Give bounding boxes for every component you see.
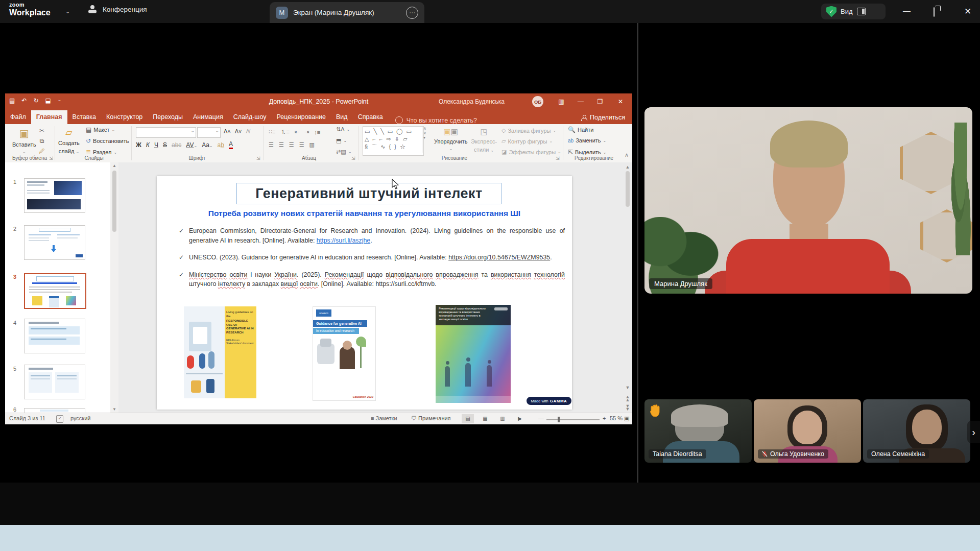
spellcheck-icon[interactable]: ✓ [56, 415, 63, 423]
italic-button[interactable]: К [146, 141, 150, 149]
align-buttons[interactable]: ☰ ☰ ☰ ☰ ▥ [269, 141, 315, 148]
undo-icon[interactable]: ↶ [21, 97, 27, 104]
reset-button[interactable]: ↺Восстановить [86, 137, 129, 145]
participant-tile-2[interactable]: Ольга Удовиченко [754, 399, 861, 463]
ppt-tab-file[interactable]: Файл [5, 110, 31, 124]
list-indent-buttons[interactable]: ∷≡ ⒈≡ ⇤ ⇥ ↕≡ [269, 128, 320, 136]
ppt-tab-transitions[interactable]: Переходы [148, 110, 188, 124]
justify-icon[interactable]: ☰ [299, 141, 304, 148]
slide-canvas[interactable]: Генеративний штучний інтелект Потреба ро… [157, 176, 572, 410]
next-participants-button[interactable]: › [967, 421, 980, 443]
scroll-down-icon[interactable]: ▼ [624, 385, 631, 390]
language-indicator[interactable]: русский [70, 415, 90, 421]
ppt-tab-insert[interactable]: Вставка [67, 110, 101, 124]
copy-icon[interactable]: ⧉ [40, 137, 44, 145]
zoom-percent[interactable]: 55 % [610, 415, 623, 421]
layout-button[interactable]: ▤Макет⌄ [86, 126, 115, 133]
participant-tile-3[interactable]: Олена Семеніхіна [863, 399, 970, 463]
slide-thumbnail-5[interactable] [24, 365, 85, 399]
bullets-icon[interactable]: ∷≡ [269, 129, 275, 135]
font-name-combo[interactable] [136, 127, 196, 138]
ppt-close-button[interactable]: ✕ [612, 93, 629, 110]
smartart-button[interactable]: ⇄▤⌄ [336, 149, 351, 155]
strike-button[interactable]: S [163, 141, 167, 149]
arrange-button[interactable]: ▣▣ Упорядочить⌄ [434, 127, 467, 151]
ppt-minimize-button[interactable]: — [572, 93, 589, 110]
font-style-buttons[interactable]: Ж К Ч S abc AV⌄ Aa⌄ ab̲ А [136, 140, 233, 149]
thumb-scroll-up-icon[interactable]: ▲ [110, 163, 118, 168]
section-button[interactable]: ≣Раздел⌄ [86, 149, 117, 156]
slide-title-box[interactable]: Генеративний штучний інтелект [236, 183, 501, 204]
main-video-tile[interactable]: Марина Друшляк [644, 107, 972, 294]
reference-link[interactable]: https://surl.li/aszjhe [317, 237, 370, 244]
format-painter-icon[interactable]: 🖉 [39, 148, 45, 155]
workspace-chevron-icon[interactable]: ⌄ [65, 8, 70, 15]
fit-slide-icon[interactable]: ▣ [624, 415, 629, 422]
reading-view-icon[interactable]: ▥ [496, 414, 509, 423]
ppt-tab-design[interactable]: Конструктор [101, 110, 148, 124]
font-size-combo[interactable] [197, 127, 221, 138]
ppt-tab-home[interactable]: Главная [31, 110, 67, 124]
start-slideshow-icon[interactable]: ⬓ [45, 97, 51, 104]
slide-sorter-icon[interactable]: ▦ [479, 414, 491, 423]
numbering-icon[interactable]: ⒈≡ [280, 128, 289, 136]
change-case-button[interactable]: Aa⌄ [202, 141, 212, 149]
clipboard-dialog-launcher[interactable]: ⇲ [49, 156, 53, 161]
font-color-button[interactable]: А [229, 140, 233, 149]
tab-conference[interactable]: Конференция [88, 5, 147, 13]
slide-scrollbar[interactable]: ▲ ▼ ▲▲ ▼▼ [624, 164, 631, 208]
ppt-tab-review[interactable]: Рецензирование [271, 110, 331, 124]
slide-thumbnail-2[interactable] [24, 225, 85, 260]
text-direction-button[interactable]: ⇅A⌄ [336, 126, 350, 133]
window-close-button[interactable]: ✕ [964, 6, 971, 17]
zoom-slider-track[interactable] [546, 419, 600, 420]
customize-qat-icon[interactable]: ⌄ [58, 97, 62, 104]
shape-effects-button[interactable]: ◪Эффекты фигуры⌄ [501, 149, 561, 155]
save-icon[interactable]: ▤ [9, 97, 15, 104]
indent-icon[interactable]: ⇥ [304, 129, 309, 135]
ppt-restore-button[interactable]: ❐ [591, 93, 609, 110]
view-button[interactable]: ✓ Вид [821, 4, 886, 19]
align-center-icon[interactable]: ☰ [279, 141, 284, 148]
shapes-gallery[interactable]: ▭ ╲ ╲ ▭ ◯ ▭△ ⌐ ⌐ ⇨ ⇩ ▱§ ⌒ ∿ { } ☆ [363, 126, 424, 156]
tab-shared-screen[interactable]: M Экран (Марина Друшляк) ⋯ [270, 2, 424, 23]
paste-button[interactable]: ▣ Вставить⌄ [12, 127, 36, 154]
comments-button[interactable]: 🗩 Примечания [411, 415, 451, 421]
char-spacing-button[interactable]: AV⌄ [186, 141, 197, 149]
tab-options-icon[interactable]: ⋯ [406, 7, 418, 19]
ppt-tab-view[interactable]: Вид [331, 110, 353, 124]
line-spacing-icon[interactable]: ↕≡ [314, 129, 320, 135]
window-restore-button[interactable] [934, 8, 935, 17]
participant-tile-1[interactable]: Taiana Dieorditsa [644, 399, 752, 463]
replace-button[interactable]: abЗаменить⌄ [568, 137, 606, 143]
select-button[interactable]: ⇱Выделить⌄ [568, 149, 607, 156]
slideshow-icon[interactable]: ▶ [514, 414, 526, 423]
ppt-tab-help[interactable]: Справка [353, 110, 388, 124]
find-button[interactable]: 🔍Найти [568, 126, 593, 133]
next-slide-button[interactable]: ▼▼ [624, 404, 631, 411]
slide-thumbnail-4[interactable] [24, 319, 85, 353]
outdent-icon[interactable]: ⇤ [295, 129, 299, 135]
ppt-account-name[interactable]: Олександра Будянська [439, 93, 505, 110]
collapse-ribbon-icon[interactable]: ∧ [625, 152, 629, 158]
slide-thumbnail-1[interactable] [24, 178, 85, 213]
zoom-in-icon[interactable]: + [603, 415, 606, 421]
thumb-scroll-down-icon[interactable]: ▼ [110, 407, 118, 412]
previous-slide-button[interactable]: ▲▲ [624, 395, 631, 401]
align-left-icon[interactable]: ☰ [269, 141, 274, 148]
drawing-dialog-launcher[interactable]: ⇲ [556, 156, 560, 161]
zoom-out-icon[interactable]: — [538, 415, 544, 421]
notes-button[interactable]: ≡ Заметки [371, 415, 397, 421]
thumbnails-scrollbar[interactable]: ▲ ▼ [110, 162, 118, 413]
reference-link[interactable]: https://doi.org/10.54675/EWZM9535 [448, 254, 550, 261]
columns-icon[interactable]: ▥ [309, 141, 315, 148]
highlight-button[interactable]: ab̲ [218, 141, 224, 149]
underline-button[interactable]: Ч [154, 141, 158, 149]
grow-shrink-font[interactable]: A˄A˅A̸ [224, 128, 250, 134]
scroll-up-icon[interactable]: ▲ [624, 164, 631, 170]
clear-format-icon[interactable]: A̸ [246, 128, 250, 134]
shapes-scroll[interactable]: ∧∨▾ [422, 126, 426, 153]
bold-button[interactable]: Ж [136, 141, 141, 149]
new-slide-button[interactable]: ▱ Создать слайд ⌄ [58, 127, 80, 154]
align-text-button[interactable]: ⬒⌄ [336, 137, 347, 144]
